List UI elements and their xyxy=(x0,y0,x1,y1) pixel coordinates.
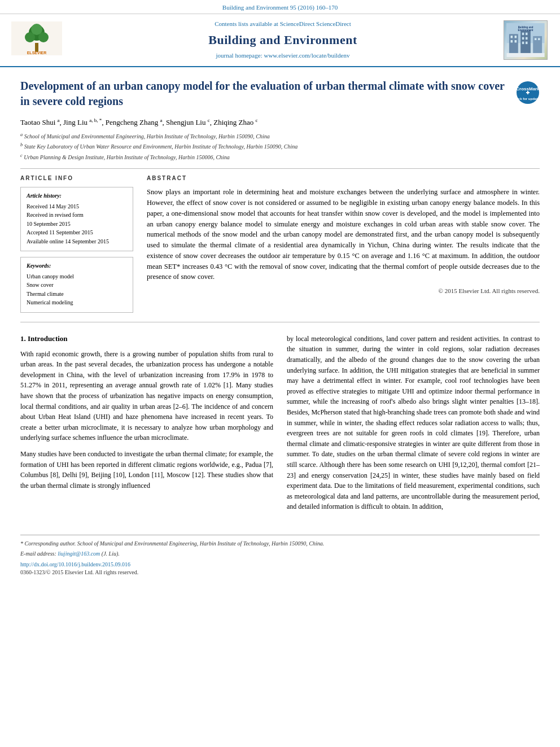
section1-heading: 1. Introduction xyxy=(20,334,273,344)
svg-rect-10 xyxy=(511,36,513,38)
keyword-3: Thermal climate xyxy=(27,290,127,299)
history-revised-date: 10 September 2015 xyxy=(27,220,127,229)
author-2: Jing Liu a, b, * xyxy=(63,118,102,126)
copyright-line: © 2015 Elsevier Ltd. All rights reserved… xyxy=(147,287,540,296)
history-title: Article history: xyxy=(27,192,127,200)
svg-text:CrossMark: CrossMark xyxy=(516,86,540,91)
abstract-column: ABSTRACT Snow plays an important role in… xyxy=(147,174,540,313)
svg-text:Building and: Building and xyxy=(518,26,533,29)
article-history-box: Article history: Received 14 May 2015 Re… xyxy=(20,187,133,251)
svg-rect-12 xyxy=(511,40,513,42)
affil-c: c Urban Planning & Design Institute, Har… xyxy=(20,152,540,161)
svg-rect-20 xyxy=(526,41,528,43)
authors-line: Taotao Shui a, Jing Liu a, b, *, Pengche… xyxy=(20,117,540,128)
history-revised-label: Received in revised form xyxy=(27,211,127,220)
svg-rect-15 xyxy=(522,33,524,35)
svg-point-5 xyxy=(31,24,42,35)
article-footer: * Corresponding author. School of Munici… xyxy=(20,535,540,577)
footer-corresponding: * Corresponding author. School of Munici… xyxy=(20,540,540,548)
divider-2 xyxy=(20,322,540,322)
svg-rect-17 xyxy=(522,37,524,40)
article-title-text: Development of an urban canopy model for… xyxy=(20,78,516,109)
history-accepted: Accepted 11 September 2015 xyxy=(27,229,127,237)
journal-cover-image: Building and Environment xyxy=(504,23,547,57)
svg-rect-11 xyxy=(515,36,517,38)
svg-rect-13 xyxy=(515,40,517,42)
page-wrapper: Building and Environment 95 (2016) 160–1… xyxy=(0,0,560,747)
journal-center: Contents lists available at ScienceDirec… xyxy=(68,20,498,60)
top-citation-bar: Building and Environment 95 (2016) 160–1… xyxy=(0,0,560,14)
svg-rect-30 xyxy=(527,91,528,94)
body-para-2: Many studies have been conducted to inve… xyxy=(20,449,273,491)
body-para-1: With rapid economic growth, there is a g… xyxy=(20,349,273,443)
svg-rect-24 xyxy=(506,53,544,57)
body-col-left: 1. Introduction With rapid economic grow… xyxy=(20,334,273,518)
author-3: Pengcheng Zhang a xyxy=(106,118,163,126)
crossmark-icon: CrossMark click for updates xyxy=(516,81,540,104)
author-5: Zhiqing Zhao c xyxy=(213,118,257,126)
footer-email-suffix: (J. Liu). xyxy=(102,551,120,557)
journal-title: Building and Environment xyxy=(68,31,498,49)
svg-text:Environment: Environment xyxy=(518,29,533,32)
footer-doi[interactable]: http://dx.doi.org/10.1016/j.buildenv.201… xyxy=(20,561,540,569)
abstract-label: ABSTRACT xyxy=(147,174,540,183)
journal-logo-right: Building and Environment xyxy=(504,20,549,60)
svg-rect-23 xyxy=(538,38,540,40)
journal-citation: Building and Environment 95 (2016) 160–1… xyxy=(222,4,338,11)
article-title-row: Development of an urban canopy model for… xyxy=(20,78,540,109)
keyword-1: Urban canopy model xyxy=(27,273,127,281)
svg-text:click for updates: click for updates xyxy=(516,97,540,101)
footer-email-link[interactable]: liujingit@163.com xyxy=(58,551,100,557)
footer-issn: 0360-1323/© 2015 Elsevier Ltd. All right… xyxy=(20,569,540,577)
svg-rect-19 xyxy=(522,41,524,43)
svg-rect-9 xyxy=(509,34,518,54)
article-info-abstract: ARTICLE INFO Article history: Received 1… xyxy=(20,174,540,313)
svg-rect-21 xyxy=(533,36,542,54)
svg-rect-18 xyxy=(526,37,528,40)
author-4: Shengjun Liu c xyxy=(166,118,210,126)
keywords-box: Keywords: Urban canopy model Snow cover … xyxy=(20,257,133,313)
divider-1 xyxy=(20,168,540,169)
abstract-text: Snow plays an important role in determin… xyxy=(147,187,540,282)
elsevier-logo-area: ELSEVIER xyxy=(11,21,62,59)
journal-thumbnail: Building and Environment xyxy=(504,20,548,60)
homepage-url[interactable]: www.elsevier.com/locate/buildenv xyxy=(264,52,349,59)
affiliations: a School of Municipal and Environmental … xyxy=(20,132,540,161)
crossmark-badge[interactable]: CrossMark click for updates xyxy=(516,81,540,104)
article-info-label: ARTICLE INFO xyxy=(20,174,133,183)
affil-a: a School of Municipal and Environmental … xyxy=(20,132,540,141)
journal-header: ELSEVIER Contents lists available at Sci… xyxy=(0,14,560,67)
keyword-2: Snow cover xyxy=(27,281,127,290)
elsevier-tree-icon: ELSEVIER xyxy=(11,21,62,55)
affil-b: b State Key Laboratory of Urban Water Re… xyxy=(20,142,540,151)
article-body: 1. Introduction With rapid economic grow… xyxy=(20,334,540,518)
keywords-title: Keywords: xyxy=(27,262,127,270)
article-main: Development of an urban canopy model for… xyxy=(0,67,560,588)
sciencedirect-text: Contents lists available at ScienceDirec… xyxy=(68,20,498,29)
body-para-3: by local meteorological conditions, land… xyxy=(287,334,540,512)
journal-homepage: journal homepage: www.elsevier.com/locat… xyxy=(68,51,498,60)
history-online: Available online 14 September 2015 xyxy=(27,238,127,246)
svg-rect-22 xyxy=(535,38,537,40)
svg-rect-16 xyxy=(526,33,528,35)
footer-email: E-mail address: liujingit@163.com (J. Li… xyxy=(20,550,540,558)
article-info-column: ARTICLE INFO Article history: Received 1… xyxy=(20,174,133,313)
history-received: Received 14 May 2015 xyxy=(27,203,127,211)
body-col-right: by local meteorological conditions, land… xyxy=(287,334,540,518)
keyword-4: Numerical modeling xyxy=(27,299,127,307)
svg-text:ELSEVIER: ELSEVIER xyxy=(27,51,47,55)
author-1: Taotao Shui a xyxy=(20,118,60,126)
